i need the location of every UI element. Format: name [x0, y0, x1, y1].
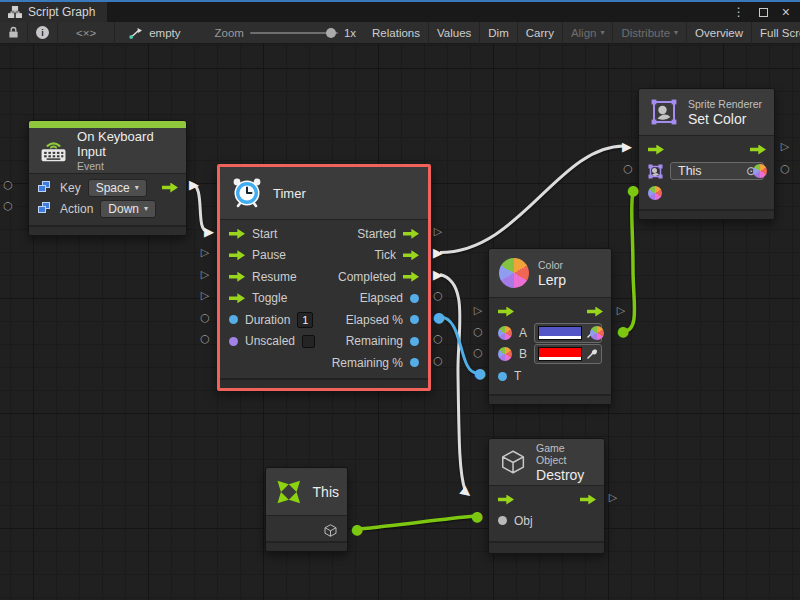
- overview-button[interactable]: Overview: [687, 22, 752, 44]
- timer-pause-port[interactable]: [229, 250, 245, 260]
- setcolor-color-ext-port[interactable]: ●: [627, 183, 639, 197]
- align-button[interactable]: Align▾: [563, 22, 614, 44]
- key-dropdown[interactable]: Space▾: [88, 179, 147, 197]
- timer-elapsed-ext-port[interactable]: ○: [433, 290, 443, 301]
- node-color-lerp[interactable]: Color Lerp A: [488, 248, 612, 405]
- lerp-flow-ext-port[interactable]: ▷: [474, 305, 482, 316]
- this-out-ext-port[interactable]: ●: [351, 522, 363, 536]
- eyedropper-icon[interactable]: [586, 348, 598, 360]
- setcolor-target-field[interactable]: This ⊙: [670, 162, 764, 180]
- lerp-a-port[interactable]: [498, 326, 512, 340]
- timer-remaining-pct-port[interactable]: [410, 358, 419, 367]
- timer-elapsed-port[interactable]: [410, 294, 419, 303]
- timer-remaining-ext-port[interactable]: ○: [433, 333, 443, 344]
- timer-pause-ext-port[interactable]: ▷: [201, 247, 209, 258]
- sprite-renderer-port-icon[interactable]: [648, 164, 663, 179]
- close-button[interactable]: ×: [782, 5, 790, 19]
- destroy-flow-out-ext-port[interactable]: ▷: [609, 492, 617, 503]
- tab-script-graph[interactable]: Script Graph: [0, 2, 107, 22]
- code-preview-toggle[interactable]: <×>: [58, 22, 115, 44]
- maximize-button[interactable]: [759, 8, 768, 17]
- destroy-obj-ext-port[interactable]: ●: [471, 509, 483, 523]
- wire-this-to-destroy-obj[interactable]: [359, 516, 475, 529]
- lerp-t-port[interactable]: [498, 372, 507, 381]
- timer-unscaled-port[interactable]: [229, 337, 238, 346]
- lerp-node-header[interactable]: Color Lerp: [489, 249, 611, 297]
- timer-node-header[interactable]: Timer: [220, 167, 428, 219]
- timer-tick-port[interactable]: [403, 250, 419, 260]
- timer-toggle-port[interactable]: [229, 293, 245, 303]
- timer-unscaled-ext-port[interactable]: ○: [200, 333, 210, 344]
- timer-completed-port[interactable]: [403, 272, 419, 282]
- zoom-slider-handle[interactable]: [326, 28, 336, 38]
- unscaled-checkbox[interactable]: [302, 335, 315, 348]
- node-this[interactable]: This: [265, 467, 348, 552]
- duration-input[interactable]: 1: [297, 312, 313, 328]
- wire-arrow-timer-tick[interactable]: ▶: [433, 246, 443, 259]
- lerp-result-ext-port[interactable]: ●: [617, 324, 629, 338]
- lerp-b-port[interactable]: [498, 347, 512, 361]
- setcolor-node-header[interactable]: Sprite Renderer Set Color: [639, 89, 774, 135]
- node-set-color[interactable]: Sprite Renderer Set Color This: [638, 88, 775, 220]
- lerp-b-color-field[interactable]: [534, 344, 602, 364]
- setcolor-flow-in-port[interactable]: [648, 145, 664, 155]
- kb-action-ext-port[interactable]: ○: [3, 200, 13, 211]
- setcolor-flow-out-ext-port[interactable]: ▷: [781, 141, 789, 152]
- setcolor-result-ext-port[interactable]: ○: [780, 163, 790, 174]
- timer-remaining-port[interactable]: [410, 337, 419, 346]
- values-button[interactable]: Values: [429, 22, 480, 44]
- timer-toggle-ext-port[interactable]: ▷: [201, 290, 209, 301]
- timer-resume-port[interactable]: [229, 272, 245, 282]
- wire-arrow-timer-start[interactable]: ▶: [204, 225, 214, 238]
- setcolor-flow-out-port[interactable]: [750, 145, 766, 155]
- zoom-slider[interactable]: [250, 32, 338, 34]
- lerp-flow-in-port[interactable]: [498, 307, 514, 317]
- lerp-b-ext-port[interactable]: ○: [473, 347, 483, 358]
- node-on-keyboard-input[interactable]: On Keyboard Input Event Key Space▾ Actio…: [28, 120, 187, 236]
- setcolor-result-port[interactable]: [753, 164, 767, 178]
- wire-timer-tick-to-setcolor[interactable]: [440, 146, 624, 253]
- setcolor-target-ext-port[interactable]: ○: [623, 163, 633, 174]
- timer-duration-ext-port[interactable]: ○: [200, 312, 210, 323]
- node-destroy[interactable]: Game Object Destroy Obj: [488, 438, 605, 554]
- info-button[interactable]: i: [28, 22, 58, 44]
- wire-lerp-to-setcolor-color[interactable]: [624, 193, 635, 331]
- lerp-a-ext-port[interactable]: ○: [473, 326, 483, 337]
- action-dropdown[interactable]: Down▾: [100, 200, 156, 218]
- graph-canvas[interactable]: On Keyboard Input Event Key Space▾ Actio…: [0, 44, 800, 600]
- wire-timer-completed-to-destroy[interactable]: [440, 275, 465, 491]
- timer-resume-ext-port[interactable]: ▷: [201, 269, 209, 280]
- wire-arrow-setcolor-flow[interactable]: ▶: [622, 140, 632, 153]
- timer-elapsed-pct-ext-port[interactable]: ●: [433, 310, 445, 324]
- timer-started-ext-port[interactable]: ▷: [434, 226, 442, 237]
- lerp-result-port[interactable]: [590, 326, 604, 340]
- timer-started-port[interactable]: [403, 229, 419, 239]
- timer-elapsed-pct-port[interactable]: [410, 315, 419, 324]
- kb-key-ext-port[interactable]: ○: [3, 179, 13, 190]
- distribute-button[interactable]: Distribute▾: [613, 22, 687, 44]
- lock-button[interactable]: [0, 22, 28, 44]
- full-screen-button[interactable]: Full Screen: [752, 22, 800, 44]
- timer-remaining-pct-ext-port[interactable]: ○: [433, 355, 443, 366]
- wire-arrow-timer-completed[interactable]: ▶: [433, 268, 443, 281]
- timer-start-port[interactable]: [229, 229, 245, 239]
- literal-icon[interactable]: [38, 202, 53, 215]
- carry-button[interactable]: Carry: [518, 22, 563, 44]
- node-timer-selected[interactable]: Timer Start Pause Resume Toggle Duration…: [217, 164, 431, 391]
- lerp-flow-out-ext-port[interactable]: ▷: [617, 305, 625, 316]
- keyboard-node-header[interactable]: On Keyboard Input Event: [29, 128, 186, 173]
- window-menu-button[interactable]: ⋮: [733, 5, 745, 19]
- literal-icon[interactable]: [38, 181, 53, 194]
- destroy-node-header[interactable]: Game Object Destroy: [489, 439, 604, 485]
- keyboard-trigger-out-port[interactable]: [162, 183, 178, 193]
- wire-arrow-kb-out[interactable]: ▶: [189, 178, 199, 191]
- setcolor-color-in-port[interactable]: [648, 186, 662, 200]
- lerp-t-ext-port[interactable]: ●: [474, 366, 486, 380]
- dim-button[interactable]: Dim: [480, 22, 517, 44]
- destroy-obj-port[interactable]: [498, 516, 507, 525]
- lerp-flow-out-port[interactable]: [587, 307, 603, 317]
- cube-port-icon[interactable]: [323, 523, 338, 538]
- timer-duration-port[interactable]: [229, 315, 238, 324]
- destroy-flow-in-port[interactable]: [498, 495, 514, 505]
- this-node-header[interactable]: This: [266, 468, 347, 515]
